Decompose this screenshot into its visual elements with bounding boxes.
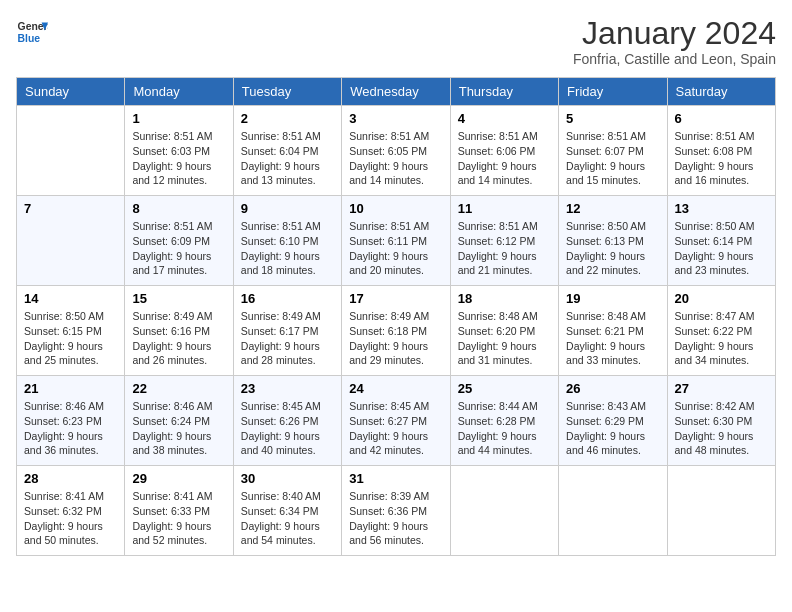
- calendar-cell: 26Sunrise: 8:43 AM Sunset: 6:29 PM Dayli…: [559, 376, 667, 466]
- col-header-wednesday: Wednesday: [342, 78, 450, 106]
- day-number: 24: [349, 381, 442, 396]
- day-info: Sunrise: 8:40 AM Sunset: 6:34 PM Dayligh…: [241, 489, 334, 548]
- calendar-cell: 24Sunrise: 8:45 AM Sunset: 6:27 PM Dayli…: [342, 376, 450, 466]
- day-number: 29: [132, 471, 225, 486]
- day-info: Sunrise: 8:46 AM Sunset: 6:24 PM Dayligh…: [132, 399, 225, 458]
- col-header-thursday: Thursday: [450, 78, 558, 106]
- month-title: January 2024: [573, 16, 776, 51]
- day-number: 14: [24, 291, 117, 306]
- col-header-monday: Monday: [125, 78, 233, 106]
- day-info: Sunrise: 8:44 AM Sunset: 6:28 PM Dayligh…: [458, 399, 551, 458]
- calendar-cell: [17, 106, 125, 196]
- day-info: Sunrise: 8:50 AM Sunset: 6:15 PM Dayligh…: [24, 309, 117, 368]
- day-number: 15: [132, 291, 225, 306]
- day-number: 5: [566, 111, 659, 126]
- day-number: 28: [24, 471, 117, 486]
- day-info: Sunrise: 8:41 AM Sunset: 6:33 PM Dayligh…: [132, 489, 225, 548]
- calendar-cell: 16Sunrise: 8:49 AM Sunset: 6:17 PM Dayli…: [233, 286, 341, 376]
- day-info: Sunrise: 8:48 AM Sunset: 6:21 PM Dayligh…: [566, 309, 659, 368]
- day-number: 4: [458, 111, 551, 126]
- day-number: 10: [349, 201, 442, 216]
- calendar-cell: 13Sunrise: 8:50 AM Sunset: 6:14 PM Dayli…: [667, 196, 775, 286]
- calendar-cell: 15Sunrise: 8:49 AM Sunset: 6:16 PM Dayli…: [125, 286, 233, 376]
- calendar-cell: 23Sunrise: 8:45 AM Sunset: 6:26 PM Dayli…: [233, 376, 341, 466]
- day-info: Sunrise: 8:46 AM Sunset: 6:23 PM Dayligh…: [24, 399, 117, 458]
- day-info: Sunrise: 8:51 AM Sunset: 6:12 PM Dayligh…: [458, 219, 551, 278]
- calendar-cell: 1Sunrise: 8:51 AM Sunset: 6:03 PM Daylig…: [125, 106, 233, 196]
- day-info: Sunrise: 8:51 AM Sunset: 6:09 PM Dayligh…: [132, 219, 225, 278]
- calendar-cell: 20Sunrise: 8:47 AM Sunset: 6:22 PM Dayli…: [667, 286, 775, 376]
- calendar-cell: 28Sunrise: 8:41 AM Sunset: 6:32 PM Dayli…: [17, 466, 125, 556]
- day-info: Sunrise: 8:51 AM Sunset: 6:11 PM Dayligh…: [349, 219, 442, 278]
- calendar-cell: 7: [17, 196, 125, 286]
- calendar-cell: 18Sunrise: 8:48 AM Sunset: 6:20 PM Dayli…: [450, 286, 558, 376]
- day-info: Sunrise: 8:51 AM Sunset: 6:10 PM Dayligh…: [241, 219, 334, 278]
- day-number: 3: [349, 111, 442, 126]
- calendar-cell: 6Sunrise: 8:51 AM Sunset: 6:08 PM Daylig…: [667, 106, 775, 196]
- day-number: 16: [241, 291, 334, 306]
- day-number: 12: [566, 201, 659, 216]
- day-number: 31: [349, 471, 442, 486]
- day-number: 26: [566, 381, 659, 396]
- day-info: Sunrise: 8:51 AM Sunset: 6:05 PM Dayligh…: [349, 129, 442, 188]
- calendar-cell: 10Sunrise: 8:51 AM Sunset: 6:11 PM Dayli…: [342, 196, 450, 286]
- day-info: Sunrise: 8:39 AM Sunset: 6:36 PM Dayligh…: [349, 489, 442, 548]
- calendar-cell: 12Sunrise: 8:50 AM Sunset: 6:13 PM Dayli…: [559, 196, 667, 286]
- day-info: Sunrise: 8:51 AM Sunset: 6:03 PM Dayligh…: [132, 129, 225, 188]
- day-number: 21: [24, 381, 117, 396]
- calendar-cell: 4Sunrise: 8:51 AM Sunset: 6:06 PM Daylig…: [450, 106, 558, 196]
- day-number: 25: [458, 381, 551, 396]
- calendar-cell: [450, 466, 558, 556]
- day-info: Sunrise: 8:42 AM Sunset: 6:30 PM Dayligh…: [675, 399, 768, 458]
- day-number: 11: [458, 201, 551, 216]
- day-number: 19: [566, 291, 659, 306]
- calendar-cell: 5Sunrise: 8:51 AM Sunset: 6:07 PM Daylig…: [559, 106, 667, 196]
- calendar-cell: 17Sunrise: 8:49 AM Sunset: 6:18 PM Dayli…: [342, 286, 450, 376]
- day-number: 23: [241, 381, 334, 396]
- day-number: 27: [675, 381, 768, 396]
- day-number: 1: [132, 111, 225, 126]
- header: General Blue January 2024 Fonfria, Casti…: [16, 16, 776, 67]
- day-info: Sunrise: 8:49 AM Sunset: 6:18 PM Dayligh…: [349, 309, 442, 368]
- calendar-cell: 30Sunrise: 8:40 AM Sunset: 6:34 PM Dayli…: [233, 466, 341, 556]
- calendar-cell: 29Sunrise: 8:41 AM Sunset: 6:33 PM Dayli…: [125, 466, 233, 556]
- day-info: Sunrise: 8:47 AM Sunset: 6:22 PM Dayligh…: [675, 309, 768, 368]
- calendar-cell: 9Sunrise: 8:51 AM Sunset: 6:10 PM Daylig…: [233, 196, 341, 286]
- calendar-cell: 27Sunrise: 8:42 AM Sunset: 6:30 PM Dayli…: [667, 376, 775, 466]
- day-info: Sunrise: 8:49 AM Sunset: 6:16 PM Dayligh…: [132, 309, 225, 368]
- day-number: 2: [241, 111, 334, 126]
- location-subtitle: Fonfria, Castille and Leon, Spain: [573, 51, 776, 67]
- calendar-cell: 14Sunrise: 8:50 AM Sunset: 6:15 PM Dayli…: [17, 286, 125, 376]
- day-number: 20: [675, 291, 768, 306]
- day-number: 8: [132, 201, 225, 216]
- day-info: Sunrise: 8:43 AM Sunset: 6:29 PM Dayligh…: [566, 399, 659, 458]
- day-number: 30: [241, 471, 334, 486]
- calendar-table: SundayMondayTuesdayWednesdayThursdayFrid…: [16, 77, 776, 556]
- calendar-cell: 2Sunrise: 8:51 AM Sunset: 6:04 PM Daylig…: [233, 106, 341, 196]
- day-info: Sunrise: 8:51 AM Sunset: 6:08 PM Dayligh…: [675, 129, 768, 188]
- day-number: 22: [132, 381, 225, 396]
- day-info: Sunrise: 8:50 AM Sunset: 6:13 PM Dayligh…: [566, 219, 659, 278]
- calendar-cell: 11Sunrise: 8:51 AM Sunset: 6:12 PM Dayli…: [450, 196, 558, 286]
- col-header-friday: Friday: [559, 78, 667, 106]
- logo: General Blue: [16, 16, 48, 48]
- day-info: Sunrise: 8:50 AM Sunset: 6:14 PM Dayligh…: [675, 219, 768, 278]
- day-number: 13: [675, 201, 768, 216]
- logo-icon: General Blue: [16, 16, 48, 48]
- col-header-sunday: Sunday: [17, 78, 125, 106]
- calendar-cell: 19Sunrise: 8:48 AM Sunset: 6:21 PM Dayli…: [559, 286, 667, 376]
- calendar-cell: [667, 466, 775, 556]
- calendar-cell: 21Sunrise: 8:46 AM Sunset: 6:23 PM Dayli…: [17, 376, 125, 466]
- day-number: 17: [349, 291, 442, 306]
- col-header-tuesday: Tuesday: [233, 78, 341, 106]
- day-number: 7: [24, 201, 117, 216]
- day-number: 9: [241, 201, 334, 216]
- calendar-cell: 31Sunrise: 8:39 AM Sunset: 6:36 PM Dayli…: [342, 466, 450, 556]
- day-info: Sunrise: 8:51 AM Sunset: 6:06 PM Dayligh…: [458, 129, 551, 188]
- col-header-saturday: Saturday: [667, 78, 775, 106]
- day-info: Sunrise: 8:48 AM Sunset: 6:20 PM Dayligh…: [458, 309, 551, 368]
- calendar-cell: [559, 466, 667, 556]
- day-info: Sunrise: 8:49 AM Sunset: 6:17 PM Dayligh…: [241, 309, 334, 368]
- day-info: Sunrise: 8:41 AM Sunset: 6:32 PM Dayligh…: [24, 489, 117, 548]
- day-info: Sunrise: 8:51 AM Sunset: 6:04 PM Dayligh…: [241, 129, 334, 188]
